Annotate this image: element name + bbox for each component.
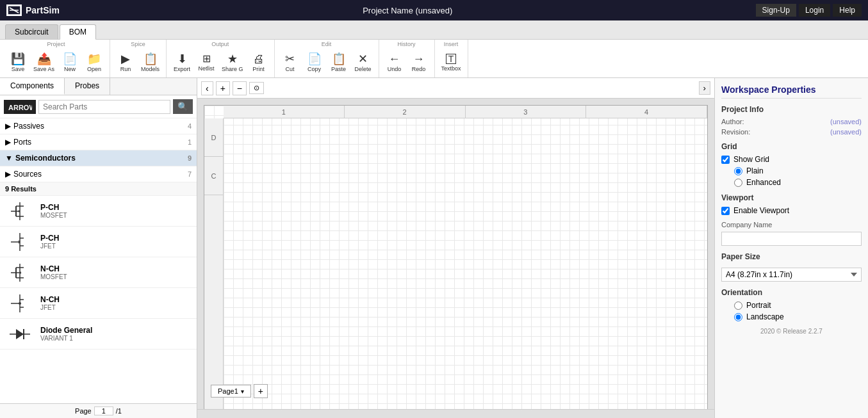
login-button[interactable]: Login bbox=[799, 4, 830, 17]
version-text: 2020 © Release 2.2.7 bbox=[721, 328, 862, 335]
paper-size-select[interactable]: A4 (8.27in x 11.7in)Letter (8.5in x 11in… bbox=[721, 268, 862, 282]
add-page-button[interactable]: + bbox=[254, 384, 268, 398]
category-ports[interactable]: ▶ Ports 1 bbox=[0, 134, 197, 150]
tab-subcircuit[interactable]: Subcircuit bbox=[5, 24, 58, 39]
enhanced-radio[interactable] bbox=[734, 179, 742, 187]
page-label: Page bbox=[75, 407, 92, 415]
new-button[interactable]: 📄 New bbox=[58, 52, 81, 74]
netlist-button[interactable]: ⊞ Netlist bbox=[195, 52, 218, 73]
category-semiconductors[interactable]: ▼ Semiconductors 9 bbox=[0, 150, 197, 166]
diode-symbol bbox=[5, 323, 34, 345]
collapse-left-button[interactable]: ‹ bbox=[201, 81, 213, 95]
help-button[interactable]: Help bbox=[833, 4, 862, 17]
zoom-in-button[interactable]: + bbox=[216, 81, 230, 95]
chevron-down-icon: ▼ bbox=[5, 154, 13, 163]
project-title: Project Name (unsaved) bbox=[363, 6, 452, 15]
search-icon: 🔍 bbox=[177, 102, 188, 111]
tab-bom[interactable]: BOM bbox=[60, 24, 96, 40]
zoom-out-button[interactable]: − bbox=[233, 81, 247, 95]
logo-text: PartSim bbox=[26, 5, 60, 15]
viewport-title: Viewport bbox=[721, 193, 862, 202]
delete-icon: ✕ bbox=[358, 53, 368, 65]
sources-count: 7 bbox=[188, 170, 192, 178]
netlist-icon: ⊞ bbox=[202, 54, 211, 64]
row-headers: D C bbox=[204, 118, 224, 411]
nch-mosfet-symbol bbox=[5, 261, 34, 284]
ports-count: 1 bbox=[188, 138, 192, 146]
grid-style-group: Plain Enhanced bbox=[734, 166, 862, 187]
signup-button[interactable]: Sign-Up bbox=[756, 4, 796, 17]
cut-button[interactable]: ✂ Cut bbox=[279, 52, 302, 74]
list-item[interactable]: Diode General VARIANT 1 bbox=[0, 319, 197, 350]
part-variant-pch-jfet: JFET bbox=[40, 243, 192, 250]
list-item[interactable]: N-CH MOSFET bbox=[0, 257, 197, 288]
zoom-fit-button[interactable]: ⊙ bbox=[249, 82, 264, 94]
list-item[interactable]: P-CH MOSFET bbox=[0, 196, 197, 227]
company-name-input[interactable] bbox=[721, 232, 862, 246]
canvas-content[interactable] bbox=[224, 118, 707, 411]
part-name-pch-jfet: P-CH bbox=[40, 234, 192, 243]
share-g-icon: ★ bbox=[227, 53, 238, 65]
page-footer: Page /1 bbox=[0, 403, 197, 418]
portrait-radio-row: Portrait bbox=[734, 301, 862, 310]
run-label: Run bbox=[120, 66, 131, 72]
part-name-nch-mosfet: N-CH bbox=[40, 264, 192, 273]
landscape-label: Landscape bbox=[746, 312, 784, 321]
orientation-group: Portrait Landscape bbox=[734, 301, 862, 321]
company-name-section: Company Name bbox=[721, 220, 862, 246]
plain-radio-row: Plain bbox=[734, 166, 862, 175]
page-tab-dropdown-icon[interactable]: ▾ bbox=[241, 388, 244, 395]
search-input[interactable] bbox=[38, 100, 170, 114]
export-button[interactable]: ⬇ Export bbox=[170, 52, 193, 74]
horizontal-scrollbar[interactable] bbox=[197, 409, 714, 418]
textbox-label: Textbox bbox=[441, 65, 461, 72]
models-button[interactable]: 📋 Models bbox=[138, 52, 162, 74]
print-button[interactable]: 🖨 Print bbox=[247, 52, 270, 74]
list-item[interactable]: P-CH JFET bbox=[0, 227, 197, 257]
logo-icon bbox=[6, 4, 22, 16]
print-label: Print bbox=[252, 66, 265, 72]
insert-group-label: Insert bbox=[435, 41, 468, 47]
page-number-input[interactable] bbox=[94, 406, 113, 415]
components-tab[interactable]: Components bbox=[0, 78, 65, 95]
paper-size-title: Paper Size bbox=[721, 252, 862, 261]
open-button[interactable]: 📁 Open bbox=[83, 52, 106, 74]
redo-button[interactable]: → Redo bbox=[407, 52, 430, 74]
undo-icon: ← bbox=[389, 53, 400, 65]
plain-radio[interactable] bbox=[734, 167, 742, 175]
arrow-logo: ARROW bbox=[4, 100, 36, 114]
landscape-radio[interactable] bbox=[734, 313, 742, 321]
author-label: Author: bbox=[721, 118, 744, 125]
part-info-nch-mosfet: N-CH MOSFET bbox=[40, 264, 192, 280]
list-item[interactable]: N-CH JFET bbox=[0, 288, 197, 319]
delete-button[interactable]: ✕ Delete bbox=[352, 52, 375, 74]
search-button[interactable]: 🔍 bbox=[173, 99, 193, 114]
probes-tab[interactable]: Probes bbox=[65, 78, 110, 95]
share-g-button[interactable]: ★ Share G bbox=[219, 52, 246, 74]
undo-button[interactable]: ← Undo bbox=[383, 52, 406, 74]
enable-viewport-checkbox[interactable] bbox=[721, 207, 730, 215]
part-variant-pch-mosfet: MOSFET bbox=[40, 212, 192, 219]
tab-bar: Subcircuit BOM bbox=[0, 20, 868, 40]
author-value: (unsaved) bbox=[830, 118, 862, 125]
copy-button[interactable]: 📄 Copy bbox=[303, 52, 326, 74]
toolbar-group-history: History ← Undo → Redo bbox=[379, 40, 435, 77]
netlist-label: Netlist bbox=[199, 65, 215, 72]
page-tab-1[interactable]: Page1 ▾ bbox=[211, 385, 251, 398]
logo: PartSim bbox=[6, 4, 60, 16]
save-button[interactable]: 💾 Save bbox=[6, 52, 29, 74]
save-as-button[interactable]: 📤 Save As bbox=[31, 52, 57, 74]
main-layout: Components Probes ARROW 🔍 ▶ Passives 4 bbox=[0, 78, 868, 418]
copy-icon: 📄 bbox=[307, 53, 322, 65]
category-passives-label: Passives bbox=[13, 122, 44, 131]
run-button[interactable]: ▶ Run bbox=[114, 52, 137, 74]
paste-button[interactable]: 📋 Paste bbox=[327, 52, 350, 74]
canvas-area: ‹ + − ⊙ › 1 2 3 4 D C bbox=[197, 78, 714, 418]
portrait-radio[interactable] bbox=[734, 301, 742, 310]
svg-marker-35 bbox=[16, 329, 24, 339]
collapse-right-button[interactable]: › bbox=[699, 81, 710, 95]
category-passives[interactable]: ▶ Passives 4 bbox=[0, 118, 197, 134]
show-grid-checkbox[interactable] bbox=[721, 156, 730, 164]
textbox-button[interactable]: T Textbox bbox=[439, 52, 464, 73]
category-sources[interactable]: ▶ Sources 7 bbox=[0, 166, 197, 182]
